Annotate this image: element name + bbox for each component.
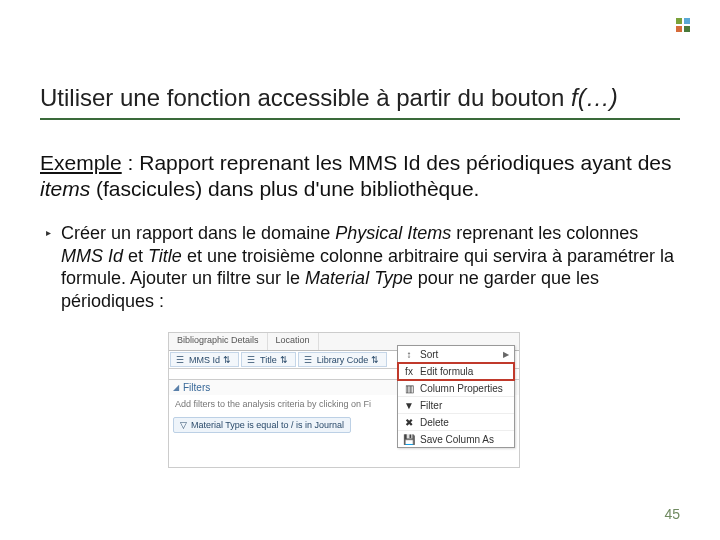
bullet-i3: Title (148, 246, 182, 266)
example-a: Rapport reprenant les MMS Id des périodi… (139, 151, 671, 174)
svg-rect-2 (676, 26, 682, 32)
bullet-marker-icon: ▸ (46, 227, 51, 238)
example-sep: : (122, 151, 140, 174)
menu-item-sort-icon: ↕ (403, 348, 415, 360)
menu-item-sort-label: Sort (420, 349, 438, 360)
tab-bibliographic-details[interactable]: Bibliographic Details (169, 333, 268, 350)
svg-rect-3 (684, 26, 690, 32)
example-ital: items (40, 177, 90, 200)
column-icon: ☰ (176, 355, 186, 365)
bullet-p2: reprenant les colonnes (451, 223, 638, 243)
page-title: Utiliser une fonction accessible à parti… (40, 84, 680, 120)
title-fx: f(…) (571, 84, 618, 111)
bullet-p1: Créer un rapport dans le domaine (61, 223, 335, 243)
column-icon: ☰ (247, 355, 257, 365)
filter-pill[interactable]: ▽ Material Type is equal to / is in Jour… (173, 417, 351, 433)
column-label: Library Code (317, 355, 369, 365)
example-paragraph: Exemple : Rapport reprenant les MMS Id d… (40, 150, 680, 203)
menu-item-filter[interactable]: ▼Filter (398, 397, 514, 414)
disclosure-triangle-icon: ◢ (173, 383, 179, 392)
bullet-i4: Material Type (305, 268, 413, 288)
menu-item-delete-label: Delete (420, 417, 449, 428)
filters-header-label: Filters (183, 382, 210, 393)
menu-item-save-column-as[interactable]: 💾Save Column As (398, 431, 514, 447)
column-label: MMS Id (189, 355, 220, 365)
app-logo (674, 16, 692, 34)
menu-item-edit-formula-icon: fx (403, 365, 415, 377)
column-library-code[interactable]: ☰ Library Code ⇅ (298, 352, 388, 367)
tab-location[interactable]: Location (268, 333, 319, 350)
filter-pill-label: Material Type is equal to / is in Journa… (191, 420, 344, 430)
title-text: Utiliser une fonction accessible à parti… (40, 84, 571, 111)
funnel-icon: ▽ (180, 420, 187, 430)
bullet-text: Créer un rapport dans le domaine Physica… (61, 222, 680, 312)
menu-item-column-properties-label: Column Properties (420, 383, 503, 394)
column-mms-id[interactable]: ☰ MMS Id ⇅ (170, 352, 239, 367)
column-sort-icon: ⇅ (371, 355, 381, 365)
column-title[interactable]: ☰ Title ⇅ (241, 352, 296, 367)
submenu-arrow-icon: ▶ (503, 350, 509, 359)
menu-item-delete[interactable]: ✖Delete (398, 414, 514, 431)
column-context-menu: ↕Sort▶fxEdit formula▥Column Properties▼F… (397, 345, 515, 448)
bullet-i2: MMS Id (61, 246, 123, 266)
menu-item-column-properties[interactable]: ▥Column Properties (398, 380, 514, 397)
menu-item-edit-formula[interactable]: fxEdit formula (398, 363, 514, 380)
svg-rect-0 (676, 18, 682, 24)
svg-rect-1 (684, 18, 690, 24)
menu-item-save-column-as-icon: 💾 (403, 433, 415, 445)
example-label: Exemple (40, 151, 122, 174)
example-b: (fascicules) dans plus d'une bibliothèqu… (90, 177, 479, 200)
bullet-item: ▸ Créer un rapport dans le domaine Physi… (46, 222, 680, 312)
menu-item-save-column-as-label: Save Column As (420, 434, 494, 445)
column-icon: ☰ (304, 355, 314, 365)
bullet-i1: Physical Items (335, 223, 451, 243)
menu-item-edit-formula-label: Edit formula (420, 366, 473, 377)
menu-item-column-properties-icon: ▥ (403, 382, 415, 394)
menu-item-sort[interactable]: ↕Sort▶ (398, 346, 514, 363)
column-sort-icon: ⇅ (223, 355, 233, 365)
column-label: Title (260, 355, 277, 365)
report-designer-screenshot: Bibliographic Details Location ☰ MMS Id … (168, 332, 520, 468)
page-number: 45 (664, 506, 680, 522)
menu-item-filter-icon: ▼ (403, 399, 415, 411)
bullet-p3: et (123, 246, 148, 266)
column-sort-icon: ⇅ (280, 355, 290, 365)
menu-item-filter-label: Filter (420, 400, 442, 411)
menu-item-delete-icon: ✖ (403, 416, 415, 428)
